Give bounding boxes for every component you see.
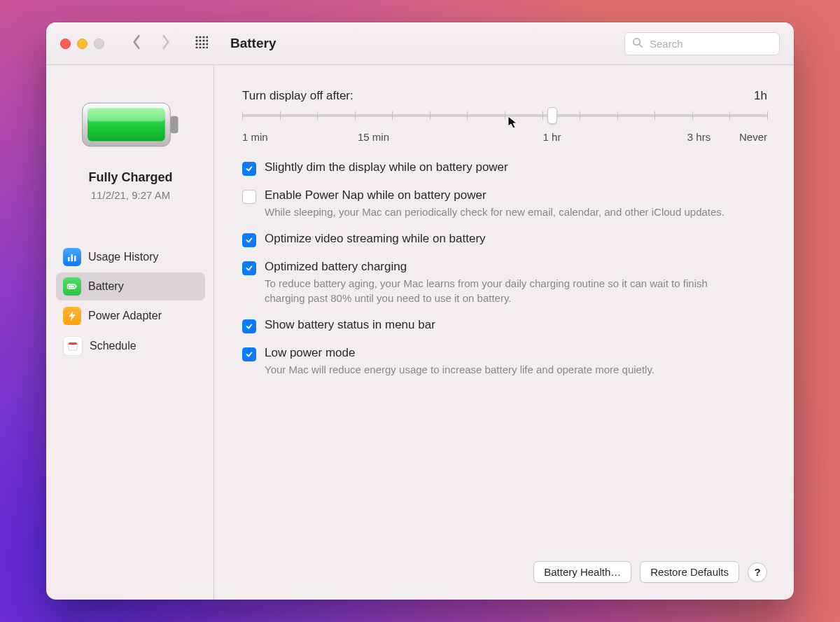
svg-point-1 [199, 36, 201, 38]
sidebar-item-usage-history[interactable]: Usage History [56, 243, 205, 271]
svg-point-11 [206, 43, 208, 45]
system-preferences-window: Battery [46, 22, 794, 600]
slider-tick-label: 15 min [358, 131, 389, 143]
svg-point-13 [199, 46, 201, 48]
sidebar-item-battery[interactable]: Battery [56, 272, 205, 300]
checkbox[interactable] [242, 347, 256, 361]
sidebar-item-label: Battery [88, 280, 124, 293]
svg-point-14 [202, 46, 204, 48]
nav-buttons [131, 34, 172, 53]
slider-label: Turn display off after: [242, 89, 354, 103]
battery-large-icon [78, 93, 183, 156]
svg-rect-21 [170, 116, 178, 133]
minimize-window-button[interactable] [77, 39, 88, 49]
page-title: Battery [230, 36, 276, 51]
checkbox[interactable] [242, 190, 256, 204]
option-label: Optimize video streaming while on batter… [265, 232, 486, 246]
options-list: Slightly dim the display while on batter… [242, 160, 767, 377]
sidebar: Fully Charged 11/2/21, 9:27 AM Usage His… [46, 65, 214, 600]
slider-tick-label: 1 min [242, 131, 268, 143]
checkbox[interactable] [242, 233, 256, 247]
search-icon [632, 37, 643, 50]
svg-rect-22 [68, 257, 70, 261]
checkbox[interactable] [242, 261, 256, 275]
checkbox[interactable] [242, 319, 256, 333]
battery-status-block: Fully Charged 11/2/21, 9:27 AM [56, 93, 205, 201]
option-row: Show battery status in menu bar [242, 318, 767, 333]
close-window-button[interactable] [60, 39, 71, 49]
battery-status-time: 11/2/21, 9:27 AM [91, 189, 170, 201]
option-label: Enable Power Nap while on battery power [265, 188, 724, 202]
svg-rect-27 [76, 286, 77, 288]
option-label: Low power mode [265, 346, 654, 360]
slider-tick-label: Never [739, 131, 767, 143]
display-off-slider[interactable] [242, 110, 767, 131]
restore-defaults-button[interactable]: Restore Defaults [640, 561, 739, 583]
battery-status-label: Fully Charged [88, 170, 172, 185]
svg-rect-29 [69, 343, 77, 345]
svg-point-0 [195, 36, 197, 38]
slider-header: Turn display off after: 1h [242, 89, 767, 103]
option-label: Optimized battery charging [265, 260, 727, 274]
svg-point-12 [195, 46, 197, 48]
slider-thumb[interactable] [547, 107, 557, 124]
option-description: To reduce battery aging, your Mac learns… [265, 277, 727, 305]
option-row: Optimize video streaming while on batter… [242, 232, 767, 247]
svg-point-7 [206, 39, 208, 41]
slider-tick-label: 1 hr [543, 131, 561, 143]
svg-point-4 [195, 39, 197, 41]
option-label: Show battery status in menu bar [265, 318, 435, 332]
option-row: Slightly dim the display while on batter… [242, 160, 767, 176]
svg-point-3 [206, 36, 208, 38]
forward-button[interactable] [160, 34, 172, 53]
sidebar-item-label: Schedule [90, 340, 136, 352]
search-input[interactable] [648, 37, 756, 50]
footer-buttons: Battery Health… Restore Defaults ? [242, 547, 767, 583]
traffic-lights [60, 39, 104, 49]
sidebar-item-schedule[interactable]: Schedule [56, 331, 205, 361]
slider-value: 1h [754, 89, 767, 103]
svg-point-15 [206, 46, 208, 48]
svg-point-5 [199, 39, 201, 41]
search-field[interactable] [624, 32, 780, 55]
sidebar-nav: Usage History Battery Power Adapter Sche… [56, 243, 205, 361]
battery-icon [63, 277, 81, 296]
slider-tick-labels: 1 min15 min1 hr3 hrsNever [242, 131, 767, 145]
svg-point-10 [202, 43, 204, 45]
svg-rect-23 [71, 254, 74, 261]
svg-rect-20 [88, 109, 165, 122]
titlebar: Battery [46, 22, 794, 65]
svg-rect-26 [69, 286, 74, 288]
sidebar-item-label: Power Adapter [88, 310, 162, 322]
content-pane: Turn display off after: 1h 1 min15 min1 … [214, 65, 794, 600]
help-button[interactable]: ? [748, 562, 767, 582]
svg-point-6 [202, 39, 204, 41]
option-row: Optimized battery charging To reduce bat… [242, 260, 767, 305]
calendar-icon [63, 336, 83, 356]
slider-tick-label: 3 hrs [687, 131, 710, 143]
option-description: Your Mac will reduce energy usage to inc… [265, 363, 654, 377]
battery-health-button[interactable]: Battery Health… [533, 561, 631, 583]
option-description: While sleeping, your Mac can periodicall… [265, 205, 724, 219]
window-body: Fully Charged 11/2/21, 9:27 AM Usage His… [46, 65, 794, 600]
svg-point-8 [195, 43, 197, 45]
svg-rect-24 [74, 256, 76, 261]
show-all-icon[interactable] [195, 36, 208, 51]
checkbox[interactable] [242, 162, 256, 176]
option-row: Low power mode Your Mac will reduce ener… [242, 346, 767, 377]
svg-point-2 [202, 36, 204, 38]
svg-point-9 [199, 43, 201, 45]
back-button[interactable] [131, 34, 142, 53]
option-row: Enable Power Nap while on battery power … [242, 188, 767, 219]
sidebar-item-label: Usage History [88, 251, 158, 263]
cursor-icon [507, 116, 519, 130]
bolt-icon [63, 307, 81, 325]
chart-icon [63, 248, 81, 266]
svg-line-17 [639, 44, 642, 47]
option-label: Slightly dim the display while on batter… [265, 160, 508, 174]
sidebar-item-power-adapter[interactable]: Power Adapter [56, 302, 205, 330]
zoom-window-button[interactable] [94, 39, 104, 49]
